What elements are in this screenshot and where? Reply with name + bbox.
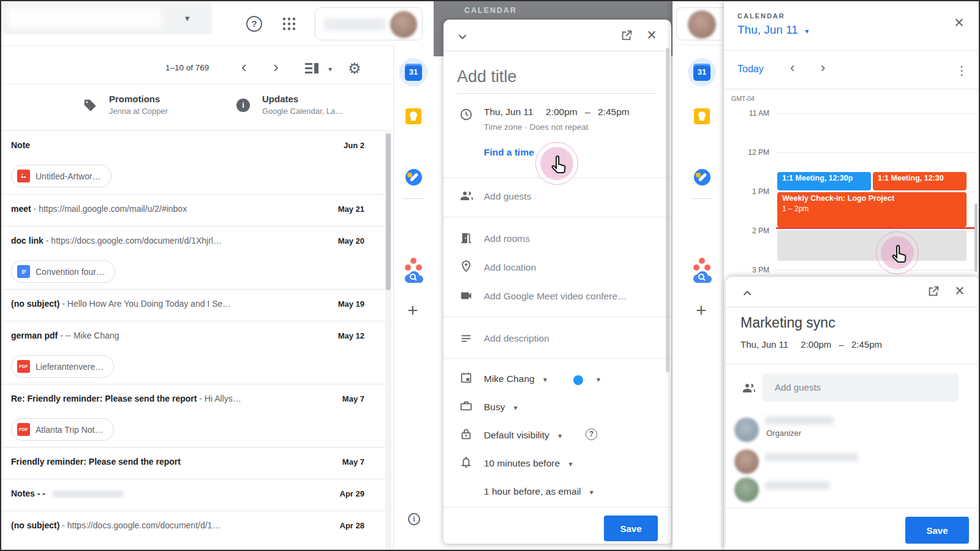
notification-bell-icon [459,455,473,469]
close-icon[interactable]: × [954,15,964,31]
next-day-button[interactable]: › [821,62,825,74]
rail-divider [692,198,712,199]
time-slot-selection[interactable] [777,230,967,261]
hour-label: 11 AM [724,109,769,118]
help-icon[interactable]: ? [246,16,262,32]
click-indicator [881,236,914,269]
email-row[interactable]: (no subject) - https://docs.google.com/d… [1,511,391,550]
date-selector[interactable]: Thu, Jun 11 ▾ [737,23,809,37]
color-caret-icon[interactable]: ▾ [597,375,600,384]
calendar-event[interactable]: Weekly Check-in: Logo Project 1 – 2pm [777,192,967,227]
open-in-new-icon[interactable] [927,285,940,298]
add-meet-field[interactable]: Add Google Meet video confere… [484,291,627,302]
tab-updates[interactable]: Updates Google Calendar, La… [262,94,343,116]
event-title-input[interactable]: Add title [457,67,517,86]
older-page-button[interactable]: › [273,61,279,73]
google-calendar-icon[interactable]: 31 [405,64,422,81]
email-row[interactable]: Friendly reminder: Please send the repor… [1,448,391,479]
calendar-event[interactable]: 1:1 Meeting, 12:30p [777,172,871,190]
prev-day-button[interactable]: ‹ [790,62,794,74]
availability-select[interactable]: Busy ▾ [484,402,518,413]
add-guests-field[interactable]: Add guests [484,191,532,202]
rooms-door-icon [459,231,473,245]
email-row[interactable]: doc link - https://docs.google.com/docum… [1,227,391,290]
collapse-chevron-down-icon[interactable] [456,30,469,43]
add-rooms-field[interactable]: Add rooms [484,233,530,244]
caret-icon: ▾ [543,375,547,384]
strip-header [673,1,724,45]
caret-icon: ▾ [514,403,518,412]
hour-label: 12 PM [724,148,769,157]
blurred-search-query [7,7,162,28]
split-pane-caret-icon[interactable]: ▾ [328,65,332,73]
expand-chevron-up-icon[interactable] [741,287,754,300]
apps-grid-icon[interactable] [282,17,296,31]
save-button[interactable]: Save [905,517,969,544]
close-icon[interactable]: × [955,283,965,299]
cloud-search-icon[interactable] [692,269,712,284]
email-row[interactable]: german pdf - -- Mike Chang May 12 PDF Li… [1,321,391,384]
today-button[interactable]: Today [737,64,764,75]
avatar[interactable] [390,11,417,38]
guest-avatar [734,449,759,474]
save-button[interactable]: Save [604,515,658,541]
caret-icon: ▾ [568,460,572,468]
close-icon[interactable]: × [647,27,657,43]
google-keep-icon[interactable] [405,108,421,124]
email-row[interactable]: (no subject) - Hello How Are You Doing T… [1,290,391,321]
blurred-snippet [53,490,123,498]
email-row[interactable]: Note Jun 2 Untitled-Artwor… [1,131,391,195]
email-row[interactable]: Re: Friendly reminder: Please send the r… [1,384,391,448]
hour-label: 1 PM [724,187,769,196]
attachment-chip[interactable]: PDF Lieferantenvere… [11,355,114,378]
search-input[interactable]: ▾ [1,1,212,34]
attachment-chip[interactable]: PDF Atlanta Trip Not… [11,418,114,441]
find-a-time-link[interactable]: Find a time [484,147,534,158]
pdf-file-icon: PDF [17,360,30,373]
email-reminder-select[interactable]: 1 hour before, as email ▾ [484,486,594,497]
avatar[interactable] [688,10,716,39]
attachment-chip[interactable]: Convention four… [11,260,115,283]
tab-promotions[interactable]: Promotions Jenna at Copper [109,94,168,116]
email-list-scrollbar-thumb[interactable] [386,133,391,290]
screenshot-frame: ▾ ? 1–10 of 769 ‹ › ▾ ⚙ Promotions Jenna… [0,0,980,551]
open-in-new-icon[interactable] [620,29,633,42]
account-chip[interactable] [315,7,423,40]
calendar-event[interactable]: 1:1 Meeting, 12:30 [873,172,967,190]
calendar-day-panel: CALENDAR Thu, Jun 11 ▾ × Today ‹ › ⋮ GMT… [724,1,980,550]
email-row[interactable]: meet - https://mail.google.com/mail/u/2/… [1,195,391,227]
newer-page-button[interactable]: ‹ [241,61,247,73]
google-tasks-icon[interactable] [694,169,710,186]
more-options-icon[interactable]: ⋮ [956,63,968,78]
visibility-select[interactable]: Default visibility ▾ [484,430,562,441]
attachment-chip[interactable]: Untitled-Artwor… [11,165,111,187]
search-options-caret-icon[interactable]: ▾ [185,13,190,24]
reminder-select[interactable]: 10 minutes before ▾ [484,458,572,469]
details-header: × [726,277,980,307]
account-chip-partial[interactable] [676,7,724,40]
split-pane-toggle-icon[interactable] [305,63,318,73]
day-grid-scrollbar-thumb[interactable] [974,203,978,272]
google-keep-icon[interactable] [694,108,710,124]
image-file-icon [17,170,30,182]
category-tabs: Promotions Jenna at Copper i Updates Goo… [1,83,391,131]
description-icon [459,331,473,345]
get-addons-plus-icon[interactable]: + [407,300,418,321]
info-icon[interactable]: i [408,513,420,525]
event-datetime[interactable]: Thu, Jun 11 2:00pm – 2:45pm [484,107,630,118]
settings-gear-icon[interactable]: ⚙ [348,60,361,77]
composer-scrollbar-thumb[interactable] [666,48,669,372]
add-location-field[interactable]: Add location [484,262,536,273]
cloud-search-icon[interactable] [404,269,423,284]
event-color-dot[interactable] [573,375,583,385]
google-calendar-icon[interactable]: 31 [693,64,710,81]
guest-avatar [734,418,759,442]
calendar-owner-select[interactable]: Mike Chang ▾ [484,373,547,384]
timezone-recurrence[interactable]: Time zone · Does not repeat [484,122,589,132]
get-addons-plus-icon[interactable]: + [696,300,707,321]
email-row[interactable]: Notes - - Apr 29 [1,479,391,511]
visibility-help-icon[interactable]: ? [586,429,597,440]
google-tasks-icon[interactable] [405,169,422,186]
add-guests-input[interactable]: Add guests [763,373,959,402]
add-description-field[interactable]: Add description [484,333,549,344]
